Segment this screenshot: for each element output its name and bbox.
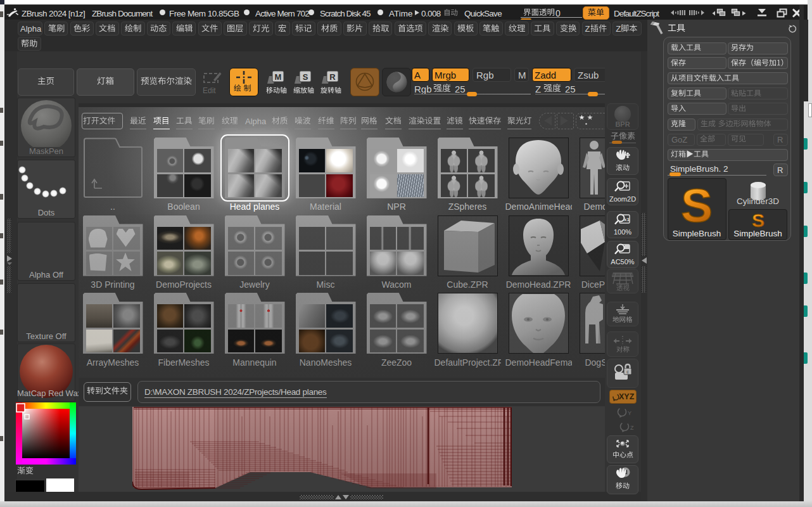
svg-text:M: M [275,72,282,82]
svg-text:S: S [752,211,764,229]
svg-text:S: S [681,183,713,228]
svg-text:x1: x1 [624,217,630,222]
svg-text:R: R [329,72,336,82]
svg-text:S: S [303,72,308,82]
svg-text:Y: Y [628,410,631,416]
svg-text:c: c [626,369,629,374]
svg-text:Z: Z [630,425,634,431]
